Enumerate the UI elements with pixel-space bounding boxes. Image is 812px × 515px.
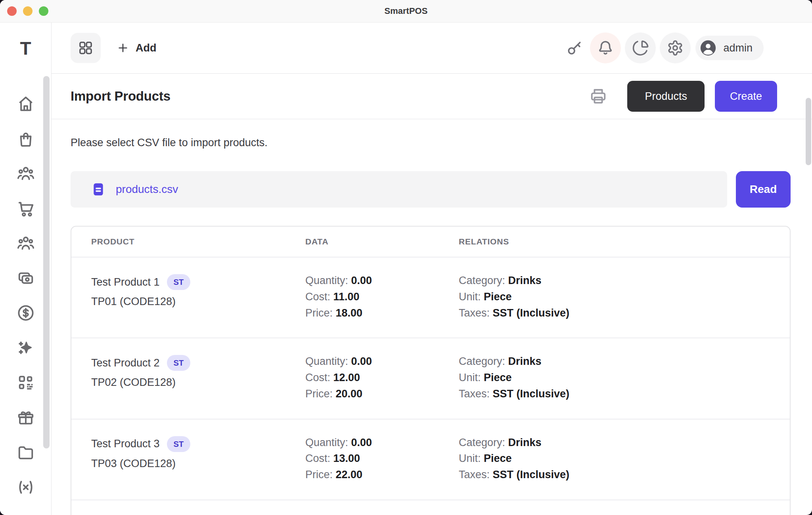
unit-value: Piece bbox=[484, 291, 512, 303]
api-keys-button[interactable] bbox=[563, 32, 586, 63]
printer-icon bbox=[589, 87, 607, 105]
status-badge: ST bbox=[167, 274, 191, 290]
page-title: Import Products bbox=[71, 89, 170, 104]
table-row: Test Product 1ST TP01 (CODE128) Quantity… bbox=[71, 257, 790, 338]
taxes-label: Taxes: bbox=[459, 388, 490, 400]
price-label: Price: bbox=[305, 307, 333, 319]
qr-code-icon bbox=[17, 374, 35, 392]
products-preview-table: PRODUCT DATA RELATIONS Test Product 1ST … bbox=[71, 226, 791, 515]
taxes-label: Taxes: bbox=[459, 307, 490, 319]
create-button[interactable]: Create bbox=[715, 81, 777, 112]
sidebar-item-promotions[interactable] bbox=[8, 400, 43, 435]
sidebar-item-barcodes[interactable] bbox=[8, 365, 43, 400]
circle-dollar-icon bbox=[17, 304, 35, 322]
intro-text: Please select CSV file to import product… bbox=[71, 137, 791, 149]
quantity-label: Quantity: bbox=[305, 437, 348, 448]
users-icon bbox=[17, 164, 35, 183]
table-row: Test Product 2ST TP02 (CODE128) Quantity… bbox=[71, 338, 790, 418]
sidebar-item-files[interactable] bbox=[8, 435, 43, 470]
taxes-value: SST (Inclusive) bbox=[493, 388, 570, 400]
banknotes-icon bbox=[17, 269, 35, 287]
window-title: SmartPOS bbox=[0, 6, 812, 16]
user-menu[interactable]: admin bbox=[695, 36, 764, 60]
taxes-value: SST (Inclusive) bbox=[493, 469, 570, 481]
cost-value: 13.00 bbox=[333, 452, 360, 464]
price-value: 20.00 bbox=[336, 388, 363, 400]
sidebar-item-staff[interactable] bbox=[8, 226, 43, 261]
app-window: SmartPOS T bbox=[0, 0, 812, 515]
notifications-button[interactable] bbox=[590, 32, 621, 63]
print-button[interactable] bbox=[589, 87, 607, 105]
csv-file-picker[interactable]: products.csv bbox=[71, 171, 727, 208]
gear-icon bbox=[667, 40, 684, 56]
unit-value: Piece bbox=[484, 372, 512, 383]
unit-label: Unit: bbox=[459, 452, 481, 464]
variable-icon bbox=[17, 478, 35, 496]
sparkles-icon bbox=[17, 339, 35, 357]
status-badge: ST bbox=[167, 355, 191, 371]
sidebar-item-finance[interactable] bbox=[8, 296, 43, 330]
app-logo[interactable]: T bbox=[0, 23, 51, 74]
quantity-value: 0.00 bbox=[351, 275, 372, 286]
layout-grid-icon bbox=[78, 40, 94, 56]
price-label: Price: bbox=[305, 469, 333, 481]
file-row: products.csv Read bbox=[71, 171, 791, 208]
sidebar-item-customers[interactable] bbox=[8, 156, 43, 191]
cost-label: Cost: bbox=[305, 372, 330, 383]
product-name: Test Product 3 bbox=[91, 438, 160, 450]
key-icon bbox=[566, 39, 583, 57]
sidebar-item-home[interactable] bbox=[8, 86, 43, 121]
products-button[interactable]: Products bbox=[627, 81, 705, 112]
sidebar-item-cards[interactable] bbox=[8, 505, 43, 515]
table-row: Test Product 3ST TP03 (CODE128) Quantity… bbox=[71, 419, 790, 500]
product-barcode: TP02 (CODE128) bbox=[91, 376, 305, 389]
product-name: Test Product 1 bbox=[91, 276, 160, 288]
table-header: PRODUCT DATA RELATIONS bbox=[71, 227, 790, 257]
taxes-label: Taxes: bbox=[459, 469, 490, 481]
bell-icon bbox=[597, 40, 614, 56]
titlebar: SmartPOS bbox=[0, 0, 812, 23]
category-label: Category: bbox=[459, 275, 505, 286]
column-header-relations: RELATIONS bbox=[459, 237, 790, 246]
sidebar-item-variables[interactable] bbox=[8, 470, 43, 505]
category-value: Drinks bbox=[508, 355, 542, 367]
file-csv-icon bbox=[90, 181, 106, 197]
column-header-product: PRODUCT bbox=[71, 237, 305, 246]
taxes-value: SST (Inclusive) bbox=[493, 307, 570, 319]
sidebar-item-ai[interactable] bbox=[8, 330, 43, 365]
folder-icon bbox=[17, 443, 35, 462]
sidebar-item-payments[interactable] bbox=[8, 261, 43, 296]
sidebar-item-orders[interactable] bbox=[8, 191, 43, 226]
column-header-data: DATA bbox=[305, 237, 459, 246]
cost-value: 11.00 bbox=[333, 291, 360, 303]
unit-label: Unit: bbox=[459, 372, 481, 383]
status-badge: ST bbox=[167, 436, 191, 452]
settings-button[interactable] bbox=[660, 32, 691, 63]
price-value: 22.00 bbox=[336, 469, 363, 481]
read-button[interactable]: Read bbox=[736, 171, 791, 208]
shopping-bag-icon bbox=[17, 130, 35, 148]
file-name: products.csv bbox=[116, 183, 178, 196]
main-area: Add admin bbox=[52, 23, 812, 515]
price-label: Price: bbox=[305, 388, 333, 400]
sidebar-scrollbar[interactable] bbox=[43, 76, 50, 448]
reports-button[interactable] bbox=[625, 32, 656, 63]
category-value: Drinks bbox=[508, 275, 542, 286]
gift-icon bbox=[17, 408, 35, 427]
product-barcode: TP01 (CODE128) bbox=[91, 296, 305, 308]
category-value: Drinks bbox=[508, 437, 542, 448]
product-barcode: TP03 (CODE128) bbox=[91, 458, 305, 470]
cost-value: 12.00 bbox=[333, 372, 360, 383]
quantity-label: Quantity: bbox=[305, 275, 348, 286]
category-label: Category: bbox=[459, 437, 505, 448]
sidebar-item-products[interactable] bbox=[8, 121, 43, 156]
quantity-value: 0.00 bbox=[351, 437, 372, 448]
users-icon bbox=[17, 234, 35, 252]
cost-label: Cost: bbox=[305, 452, 330, 464]
pie-chart-icon bbox=[632, 40, 649, 56]
window-scrollbar[interactable] bbox=[806, 98, 811, 165]
add-button[interactable]: Add bbox=[117, 42, 156, 54]
table-row: Test Product 4ST Quantity: 0.00 Cost: 14… bbox=[71, 500, 790, 515]
quantity-value: 0.00 bbox=[351, 355, 372, 367]
apps-menu-button[interactable] bbox=[71, 33, 101, 63]
